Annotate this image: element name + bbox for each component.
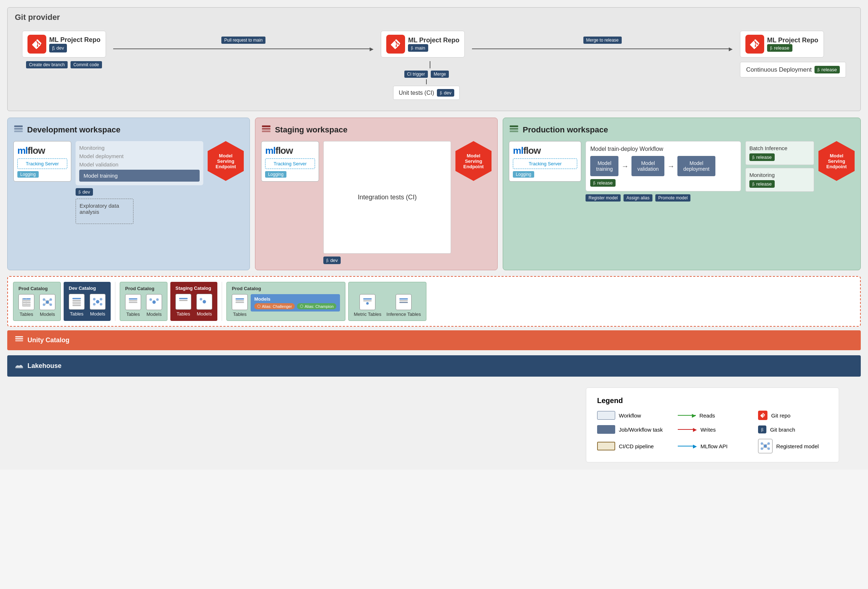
repo-node-1: ML Project Repo ꞵ dev Create dev branch … — [22, 31, 106, 68]
batch-inference-title: Batch Inference — [749, 145, 810, 151]
alias-row: ⬡ Alias: Challenger ⬡ Alias: Champion — [254, 303, 337, 309]
tables-icon-1 — [18, 294, 34, 310]
catalog-divider-1 — [115, 282, 115, 321]
branch-tag-1: ꞵ dev — [49, 44, 67, 52]
svg-point-20 — [50, 303, 52, 306]
prod-catalog-staging: Prod Catalog Tables Models — [120, 282, 167, 321]
lakehouse-bar: Lakehouse — [7, 355, 861, 377]
prod-catalog-staging-label: Prod Catalog — [125, 286, 162, 291]
dev-workspace: Development workspace mlflow Tracking Se… — [7, 118, 250, 270]
challenger-alias-label: Alias: Challenger — [262, 304, 292, 309]
champion-alias: ⬡ Alias: Champion — [297, 303, 337, 309]
extra-tables-catalog: . Metric Tables Inference Ta — [348, 282, 427, 321]
repo-name-1: ML Project Repo — [49, 36, 100, 44]
dev-models-label: Models — [90, 311, 105, 317]
unit-tests-branch-label: dev — [444, 90, 451, 96]
metric-tables-label: Metric Tables — [354, 311, 381, 317]
cd-box: Continuous Deployment ꞵ release — [740, 62, 846, 77]
challenger-alias: ⬡ Alias: Challenger — [254, 303, 295, 309]
svg-rect-41 — [179, 298, 187, 300]
staging-workspace: Staging workspace mlflow Tracking Server… — [255, 118, 497, 270]
tables-icon-pp — [232, 294, 248, 310]
staging-tables: Tables — [176, 294, 191, 317]
legend-writes-label: Writes — [701, 426, 716, 433]
legend-jobtask-label: Job/Workflow task — [619, 426, 663, 433]
svg-line-22 — [48, 300, 50, 301]
models-label-1: Models — [40, 311, 55, 317]
cd-branch: ꞵ release — [815, 66, 840, 74]
integration-tests-label: Integration tests (CI) — [358, 194, 417, 201]
staging-catalogs-group: Prod Catalog Tables Models — [120, 282, 217, 321]
svg-rect-45 — [235, 299, 244, 300]
merge-to-release-label: Merge to release — [583, 37, 622, 44]
svg-point-62 — [768, 447, 770, 450]
step-arrow-1: → — [621, 162, 629, 170]
svg-rect-53 — [400, 302, 408, 303]
prod-catalog-prod-label: Prod Catalog — [232, 286, 340, 291]
champion-alias-label: Alias: Champion — [304, 304, 334, 309]
prod-tables-label: Tables — [233, 311, 247, 317]
dev-mlflow: mlflow Tracking Server Logging — [13, 141, 71, 264]
dev-model-serving-hex: Model Serving Endpoint — [208, 141, 244, 181]
dev-tables-label: Tables — [70, 311, 84, 317]
monitoring-branch-label: release — [756, 181, 772, 187]
prod-models-with-aliases: Models ⬡ Alias: Challenger ⬡ Alias: Cham… — [251, 294, 340, 311]
svg-point-50 — [366, 302, 369, 305]
staging-model-serving-label: Model Serving Endpoint — [458, 153, 489, 169]
svg-rect-5 — [262, 130, 270, 132]
svg-line-24 — [48, 303, 50, 304]
svg-rect-42 — [179, 300, 187, 300]
svg-line-65 — [763, 447, 765, 448]
svg-line-21 — [45, 300, 47, 301]
monitoring-branch: ꞵ release — [749, 180, 775, 188]
prod-workflow-branch-label: release — [597, 180, 613, 186]
unity-catalog-section: Prod Catalog Tables Models — [7, 276, 861, 350]
model-training-step: Modeltraining — [590, 156, 619, 176]
legend-jobtask: Job/Workflow task — [597, 425, 667, 434]
prod-mlflow: mlflow Tracking Server Logging — [509, 141, 581, 264]
models-icon-sp — [146, 294, 162, 310]
svg-rect-26 — [72, 300, 81, 300]
legend-cicd-symbol — [597, 442, 615, 450]
prod-workflow-branch: ꞵ release — [590, 179, 616, 187]
git-provider-section: Git provider ML Project Repo ꞵ dev — [7, 7, 861, 111]
repo-name-2: ML Project Repo — [408, 37, 459, 44]
legend-box: Legend Workflow ▶ Reads — [586, 388, 839, 462]
prod-workflow-box: Model train-deploy Workflow Modeltrainin… — [586, 141, 741, 191]
svg-rect-3 — [262, 126, 270, 127]
prod-model-serving-hex: Model Serving Endpoint — [818, 141, 855, 181]
prod-monitoring-box: Monitoring ꞵ release — [745, 168, 814, 192]
dev-catalog: Dev Catalog Tables Models — [63, 282, 111, 321]
prod-models-area: Models ⬡ Alias: Challenger ⬡ Alias: Cham… — [251, 294, 340, 311]
prod-catalog-dev: Prod Catalog Tables Models — [13, 282, 61, 321]
prod-workspace-label: Production workspace — [523, 125, 608, 135]
svg-rect-0 — [14, 126, 22, 127]
legend-writes-symbol: ▶ — [678, 426, 697, 432]
svg-rect-36 — [129, 300, 137, 301]
metric-tables-item: Metric Tables — [354, 294, 381, 317]
staging-prod-tables: Tables — [125, 294, 141, 317]
prod-tables-item: Tables — [232, 294, 248, 317]
prod-workspace: Production workspace mlflow Tracking Ser… — [503, 118, 861, 270]
lakehouse-label: Lakehouse — [28, 362, 62, 370]
staging-logging-badge: Logging — [265, 171, 286, 178]
batch-branch: ꞵ release — [749, 153, 775, 161]
svg-rect-27 — [72, 302, 81, 302]
models-icon-1 — [40, 294, 55, 310]
models-icon-dev — [90, 294, 106, 310]
branch-label-1: dev — [56, 45, 64, 51]
unity-catalog-label: Unity Catalog — [28, 336, 69, 344]
model-actions-row: Register model Assign alias Promote mode… — [586, 194, 741, 201]
svg-point-40 — [156, 299, 159, 301]
prod-workspace-header: Production workspace — [509, 124, 855, 136]
dev-tables-item: Tables — [69, 294, 85, 317]
dev-workspace-icon — [13, 124, 24, 136]
prod-models-area-label: Models — [254, 296, 337, 302]
catalog-divider-2 — [222, 282, 222, 321]
staging-model-serving-hex: Model Serving Endpoint — [455, 141, 492, 181]
batch-inference-box: Batch Inference ꞵ release — [745, 141, 814, 165]
repo-node-2: ML Project Repo ꞵ main CI trigger Merge — [381, 31, 465, 100]
legend-cicd-label: CI/CD pipeline — [619, 443, 654, 449]
svg-point-19 — [43, 303, 45, 306]
staging-tracking-server: Tracking Server — [265, 158, 315, 169]
